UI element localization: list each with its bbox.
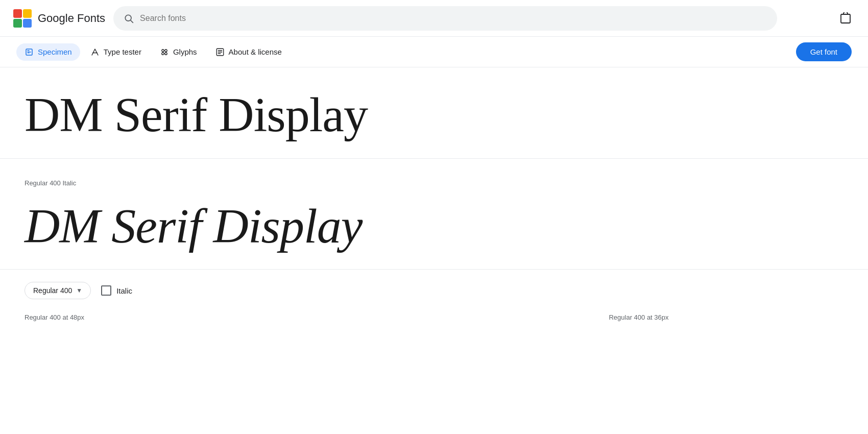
svg-rect-1 (23, 9, 32, 18)
tab-about[interactable]: About & license (207, 43, 290, 61)
glyphs-tab-label: Glyphs (173, 47, 197, 56)
bottom-info-right: Regular 400 at 36px (434, 314, 843, 321)
header-actions (835, 8, 856, 29)
search-input[interactable] (140, 14, 767, 23)
svg-rect-0 (13, 9, 22, 18)
logo-text: Google Fonts (38, 12, 105, 25)
svg-point-10 (162, 49, 164, 52)
regular-font-section: DM Serif Display (0, 67, 868, 159)
google-fonts-logo-icon (12, 8, 33, 29)
svg-line-5 (131, 20, 133, 22)
specimen-icon: A (25, 47, 34, 57)
svg-point-12 (162, 52, 164, 55)
bottom-info-left: Regular 400 at 48px (25, 314, 434, 321)
weight-label: Regular 400 (33, 286, 72, 295)
main-content: DM Serif Display Regular 400 Italic DM S… (0, 67, 868, 327)
controls-row: Regular 400 ▼ Italic (25, 282, 843, 299)
svg-rect-2 (13, 19, 22, 28)
bottom-info: Regular 400 at 48px Regular 400 at 36px (0, 307, 868, 327)
type-tester-tab-label: Type tester (104, 47, 141, 56)
weight-dropdown[interactable]: Regular 400 ▼ (25, 282, 91, 299)
specimen-tab-label: Specimen (38, 47, 72, 56)
tab-specimen[interactable]: A Specimen (16, 43, 80, 61)
italic-font-section: Regular 400 Italic DM Serif Display (0, 159, 868, 270)
header: Google Fonts (0, 0, 868, 37)
svg-rect-3 (23, 19, 32, 28)
controls-section: Regular 400 ▼ Italic (0, 270, 868, 307)
svg-point-4 (125, 15, 131, 21)
glyphs-icon (160, 47, 169, 57)
search-bar (113, 6, 777, 31)
logo-area: Google Fonts (12, 8, 105, 29)
get-font-button[interactable]: Get font (796, 42, 852, 61)
search-container (113, 6, 777, 31)
svg-rect-6 (841, 14, 850, 23)
about-tab-label: About & license (229, 47, 282, 56)
cart-button[interactable] (835, 8, 856, 29)
chevron-down-icon: ▼ (76, 287, 82, 294)
italic-section-label: Regular 400 Italic (25, 179, 843, 187)
italic-checkbox[interactable] (101, 285, 111, 296)
font-display-regular: DM Serif Display (25, 88, 843, 142)
svg-text:A: A (27, 51, 30, 54)
subnav: A Specimen Type tester Glyphs (0, 37, 868, 67)
tab-glyphs[interactable]: Glyphs (152, 43, 205, 61)
tab-type-tester[interactable]: Type tester (82, 43, 150, 61)
italic-label: Italic (116, 286, 132, 295)
about-icon (215, 47, 225, 57)
font-display-italic: DM Serif Display (25, 199, 843, 253)
italic-control[interactable]: Italic (101, 285, 132, 296)
search-icon (124, 13, 134, 23)
svg-point-11 (165, 49, 167, 52)
type-tester-icon (90, 47, 100, 57)
cart-icon (839, 12, 852, 25)
svg-point-13 (165, 52, 167, 55)
